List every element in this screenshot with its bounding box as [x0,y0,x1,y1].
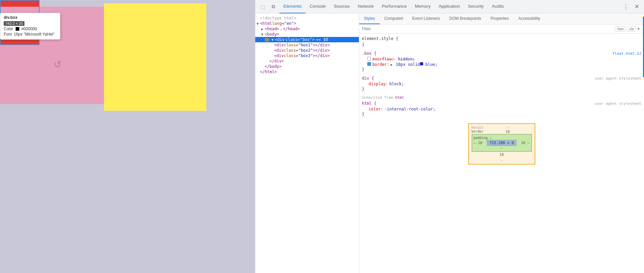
inspect-icon-button[interactable]: ⬚ [258,2,267,11]
tab-network[interactable]: Network [354,0,378,13]
bm-content-size: 723.200 × 0 [487,140,517,146]
tooltip-font-value: 16px "Microsoft YaHei" [14,32,54,37]
border-checkbox[interactable] [367,62,371,66]
bm-margin-bottom: – [500,158,503,163]
bm-border-top: 10 [505,130,510,134]
subtab-properties[interactable]: Properties [486,13,514,24]
subtab-dom-breakpoints[interactable]: DOM Breakpoints [445,13,486,24]
rule-close-div: } [362,87,641,91]
dom-line-div-box[interactable]: ··· <div class= "box" > == $0 [255,37,359,42]
bm-padding-box: padding – – 10 723.200 × 0 10 – – [472,134,532,152]
dom-doctype-text: <!doctype html> [260,16,296,20]
tab-audits[interactable]: Audits [488,0,508,13]
bm-border-row: border 10 [469,130,535,134]
tab-sources[interactable]: Sources [330,0,354,13]
css-rule-inherited-html: Inherited from html html { user agent st… [362,95,641,117]
close-devtools-button[interactable]: ✕ [632,2,641,11]
rule-header-element-style: element.style { [362,36,641,41]
dom-line-div-box3[interactable]: <div class="box3" ></div> [255,53,359,58]
element-tooltip: div.box 743.2 × 20 Color #000000 Font 16… [0,13,60,40]
tooltip-color-row: Color #000000 [4,27,57,31]
devtools-main: <!doctype html> <html lang="en" > <head>… [255,13,644,273]
bm-margin-top: – [506,125,509,130]
box-model-diagram: margin – border 10 [468,123,535,165]
dom-line-html[interactable]: <html lang="en" > [255,21,359,26]
red-box-bottom [0,39,40,45]
bm-padding-label: padding – [474,136,492,140]
css-property-overflow: overflow: hidden; [362,56,641,62]
styles-subtabs: Styles Computed Event Listeners DOM Brea… [359,13,644,25]
bm-center-row: – 10 723.200 × 0 10 – [474,140,530,146]
tab-application[interactable]: Application [435,0,464,13]
dom-arrow-html[interactable] [255,22,260,26]
dom-line-doctype[interactable]: <!doctype html> [255,15,359,21]
filter-input[interactable] [362,27,615,31]
css-property-color: color: -internal-root-color; [362,106,641,112]
subtab-styles[interactable]: Styles [359,13,380,24]
devtools-tabs: Elements Console Sources Network Perform… [279,0,620,13]
dom-line-close-body[interactable]: </body> [255,64,359,69]
dom-arrow-body[interactable] [260,33,265,36]
tab-security[interactable]: Security [464,0,488,13]
subtab-computed[interactable]: Computed [380,13,408,24]
filter-badges: :hov .cls [615,26,635,32]
hov-filter-badge[interactable]: :hov [615,26,625,32]
css-rule-element-style: element.style { } [362,36,641,47]
tab-performance[interactable]: Performance [378,0,411,13]
bm-border-bottom: 10 [499,152,504,157]
tooltip-color-label: Color [4,27,13,31]
rule-close-element-style: } [362,42,641,47]
dom-line-body[interactable]: <body> [255,32,359,37]
styles-panel: Styles Computed Event Listeners DOM Brea… [359,13,644,273]
more-options-button[interactable]: ⋮ [621,2,631,11]
css-property-border: border: ▶ 10px solid blue; [362,62,641,67]
rule-source-html[interactable]: user agent stylesheet [595,101,641,106]
tab-console[interactable]: Console [306,0,330,13]
rule-header-div: div { user agent stylesheet [362,76,641,81]
yellow-box [104,3,206,111]
bm-border-label: border [472,130,484,133]
tab-memory[interactable]: Memory [411,0,435,13]
bm-border-bottom-row: 10 [469,152,535,157]
tooltip-title: div.box [4,15,57,20]
overflow-checkbox[interactable] [367,57,371,60]
dom-line-head[interactable]: <head>…</head> [255,26,359,32]
css-property-display: display: block; [362,81,641,87]
dom-line-close-html[interactable]: </html> [255,69,359,75]
overflow-prop: overflow: hidden; [372,57,415,61]
red-box-top [0,0,40,7]
dom-line-close-div[interactable]: </div> [255,58,359,64]
dom-line-div-box2[interactable]: <div class="box2" ></div> [255,48,359,53]
rule-source-box[interactable]: float.html:12 [612,51,641,56]
css-rule-box: .box { float.html:12 overflow: hidden; [362,51,641,72]
css-rules: element.style { } .box { float.html:12 [359,34,644,273]
tooltip-font-label: Font [4,32,12,37]
dom-arrow-head[interactable] [260,27,265,31]
dom-panel: <!doctype html> <html lang="en" > <head>… [255,13,359,273]
bm-padding-bottom: – [500,146,502,150]
device-toggle-button[interactable]: ⧉ [269,2,278,11]
box-model-section: margin – border 10 [362,121,641,167]
bm-padding-inner: padding – – 10 723.200 × 0 10 – – [472,135,531,151]
tab-elements[interactable]: Elements [279,0,306,13]
bm-margin-bottom-row: – [469,157,535,164]
cls-filter-badge[interactable]: .cls [627,26,636,32]
css-rule-div: div { user agent stylesheet display: blo… [362,76,641,91]
add-style-button[interactable]: + [636,26,641,32]
devtools-panel: ⬚ ⧉ Elements Console Sources Network Per… [255,0,644,273]
color-swatch [15,27,19,31]
inherited-label: Inherited from html [362,95,641,100]
subtab-accessibility[interactable]: Accessibility [514,13,545,24]
dom-arrow-div-box[interactable] [270,38,275,42]
cursor-icon: ↺ [54,59,61,70]
rule-header-html: html { user agent stylesheet [362,101,641,106]
subtab-event-listeners[interactable]: Event Listeners [408,13,445,24]
dom-line-div-box1[interactable]: <div class="box1" ></div> [255,42,359,48]
rule-selector-div: div { [362,76,374,81]
tooltip-size-row: 743.2 × 20 [4,21,57,26]
rule-source-div[interactable]: user agent stylesheet [595,76,641,81]
dom-dots-button[interactable]: ··· [265,38,269,42]
border-color-swatch[interactable] [420,62,423,65]
tooltip-font-row: Font 16px "Microsoft YaHei" [4,32,57,37]
border-triangle[interactable]: ▶ [391,63,393,66]
